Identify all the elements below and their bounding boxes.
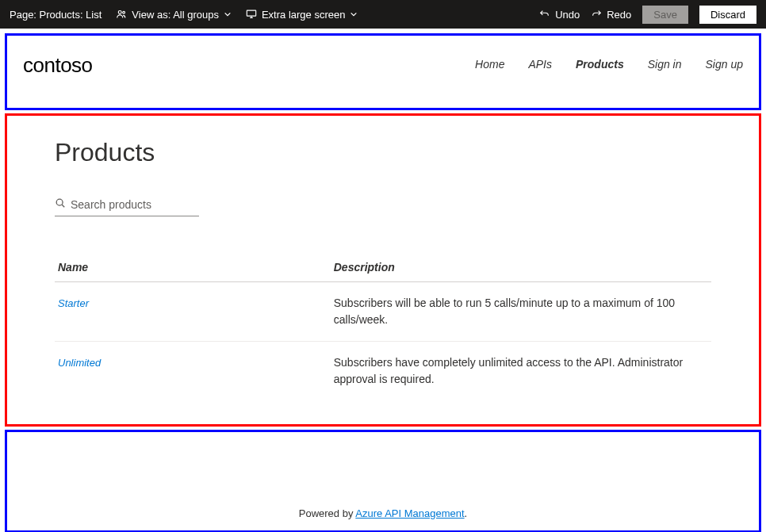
main-nav: Home APIs Products Sign in Sign up xyxy=(475,58,743,71)
brand-logo[interactable]: contoso xyxy=(23,53,93,78)
redo-button[interactable]: Redo xyxy=(591,9,631,21)
people-icon xyxy=(116,9,127,20)
chevron-down-icon xyxy=(350,10,358,18)
product-description: Subscribers have completely unlimited ac… xyxy=(331,342,711,401)
table-row: Starter Subscribers will be able to run … xyxy=(55,282,711,342)
footer-text: Powered by Azure API Management. xyxy=(299,507,467,519)
page-breadcrumb: Page: Products: List xyxy=(10,9,101,21)
editor-toolbar: Page: Products: List View as: All groups… xyxy=(0,0,766,29)
content-zone[interactable]: Products Name Description Starter Subscr… xyxy=(5,113,761,427)
page-title: Products xyxy=(55,138,711,167)
discard-button[interactable]: Discard xyxy=(699,6,756,24)
svg-point-1 xyxy=(123,11,125,13)
footer-prefix: Powered by xyxy=(299,507,356,519)
search-field[interactable] xyxy=(55,197,199,216)
redo-label: Redo xyxy=(607,9,631,21)
undo-label: Undo xyxy=(555,9,580,21)
redo-icon xyxy=(591,9,602,20)
monitor-icon xyxy=(246,9,257,20)
svg-point-3 xyxy=(56,199,63,205)
col-name: Name xyxy=(55,255,331,282)
view-as-dropdown[interactable]: View as: All groups xyxy=(116,9,232,21)
col-description: Description xyxy=(331,255,711,282)
footer-link[interactable]: Azure API Management xyxy=(355,507,464,519)
product-description: Subscribers will be able to run 5 calls/… xyxy=(331,282,711,342)
table-row: Unlimited Subscribers have completely un… xyxy=(55,342,711,401)
nav-signin[interactable]: Sign in xyxy=(648,58,682,71)
save-button[interactable]: Save xyxy=(642,6,688,24)
svg-rect-2 xyxy=(247,10,255,16)
svg-point-0 xyxy=(119,10,122,13)
site-header-zone[interactable]: contoso Home APIs Products Sign in Sign … xyxy=(5,33,761,110)
nav-products[interactable]: Products xyxy=(576,58,624,71)
search-input[interactable] xyxy=(71,198,199,211)
footer-suffix: . xyxy=(465,507,468,519)
nav-signup[interactable]: Sign up xyxy=(706,58,743,71)
product-link-starter[interactable]: Starter xyxy=(58,297,89,309)
product-link-unlimited[interactable]: Unlimited xyxy=(58,357,101,369)
undo-icon xyxy=(539,9,550,20)
screen-size-dropdown[interactable]: Extra large screen xyxy=(246,9,358,21)
products-table: Name Description Starter Subscribers wil… xyxy=(55,255,711,400)
screen-size-label: Extra large screen xyxy=(262,9,346,21)
nav-home[interactable]: Home xyxy=(475,58,504,71)
site-footer-zone[interactable]: Powered by Azure API Management. xyxy=(5,430,761,532)
nav-apis[interactable]: APIs xyxy=(528,58,552,71)
chevron-down-icon xyxy=(224,10,232,18)
view-as-label: View as: All groups xyxy=(132,9,219,21)
search-icon xyxy=(55,197,66,211)
undo-button[interactable]: Undo xyxy=(539,9,580,21)
